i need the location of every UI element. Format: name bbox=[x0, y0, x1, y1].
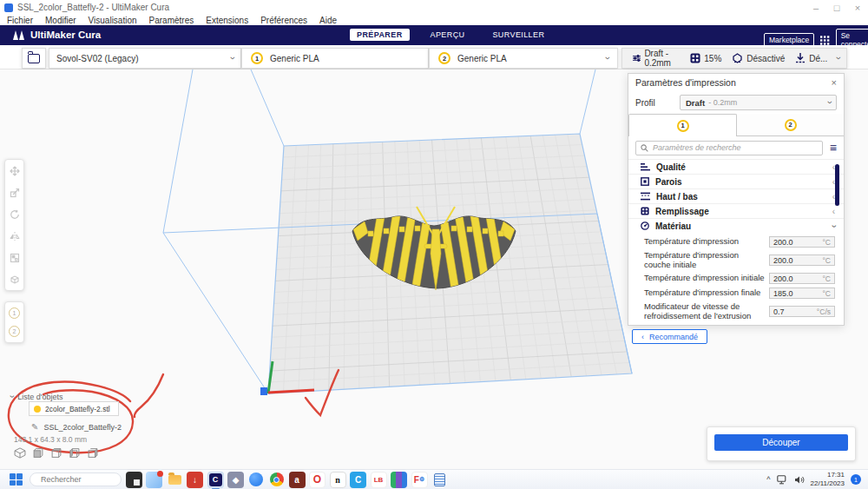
rotate-tool-button[interactable] bbox=[4, 203, 24, 225]
folder-icon bbox=[28, 54, 40, 63]
minimize-button[interactable]: – bbox=[806, 3, 826, 13]
tab-preview[interactable]: APERÇU bbox=[424, 29, 472, 41]
setting-value-box[interactable]: 200.0 °C bbox=[769, 273, 835, 284]
taskbar-app-lb-icon[interactable]: LB bbox=[371, 472, 387, 488]
category-top-bottom[interactable]: Haut / bas ‹ bbox=[628, 188, 844, 203]
menu-parametres[interactable]: Paramètres bbox=[149, 16, 194, 25]
project-name: SSL_2color_Battefly-2 bbox=[43, 423, 122, 432]
taskbar-app-dark-icon[interactable] bbox=[126, 472, 142, 488]
setting-value-box[interactable]: 185.0 °C bbox=[769, 287, 835, 299]
recommended-mode-button[interactable]: ‹ Recommandé bbox=[632, 329, 707, 344]
notification-badge[interactable]: 1 bbox=[851, 474, 861, 485]
setting-value-box[interactable]: 200.0 °C bbox=[769, 236, 835, 248]
extruder-1-selector[interactable]: 1 Generic PLA bbox=[241, 48, 429, 69]
panel-extruder-tab-1[interactable]: 1 bbox=[628, 114, 737, 136]
taskbar-app-notepad-icon[interactable] bbox=[431, 472, 448, 488]
taskbar-app-remote-icon[interactable]: ◆ bbox=[227, 472, 244, 488]
settings-search-box[interactable] bbox=[635, 141, 823, 155]
category-quality[interactable]: Qualité ‹ bbox=[628, 159, 844, 174]
project-name-row[interactable]: ✎ SSL_2color_Battefly-2 bbox=[31, 422, 122, 432]
setting-value-box[interactable]: 60 °C bbox=[769, 325, 835, 327]
taskbar-app-notion-icon[interactable]: n bbox=[330, 472, 346, 488]
menu-modifier[interactable]: Modifier bbox=[45, 16, 76, 25]
category-walls[interactable]: Parois ‹ bbox=[628, 174, 844, 188]
profile-dropdown[interactable]: Draft - 0.2mm ‹ bbox=[680, 95, 837, 110]
menu-preferences[interactable]: Préférences bbox=[260, 16, 307, 25]
category-infill[interactable]: Remplissage ‹ bbox=[628, 203, 844, 218]
open-file-button[interactable] bbox=[22, 48, 46, 69]
chevron-down-icon: ‹ bbox=[832, 56, 843, 60]
taskbar-app-darkred-icon[interactable]: a bbox=[289, 472, 306, 488]
setting-value-box[interactable]: 200.0 °C bbox=[769, 254, 835, 266]
object-list-title: Liste d'objets bbox=[17, 393, 62, 401]
move-tool-button[interactable] bbox=[4, 160, 24, 182]
profile-summary: Draft - 0.2mm bbox=[633, 49, 680, 68]
extruder-1-icon: 1 bbox=[251, 52, 263, 64]
taskbar-app-colorful-icon[interactable] bbox=[391, 472, 407, 488]
chevron-down-icon: ‹ bbox=[824, 101, 834, 104]
menu-fichier[interactable]: Fichier bbox=[7, 16, 33, 25]
view-left-icon[interactable] bbox=[69, 447, 81, 459]
setting-label: Modificateur de vitesse de refroidisseme… bbox=[644, 302, 769, 320]
menu-aide[interactable]: Aide bbox=[319, 16, 337, 25]
view-front-icon[interactable] bbox=[32, 447, 44, 459]
maximize-button[interactable]: □ bbox=[826, 3, 847, 13]
taskbar-app-browser-icon[interactable] bbox=[248, 472, 265, 488]
tab-prepare[interactable]: PRÉPARER bbox=[350, 29, 410, 41]
annotation-ellipse-tail bbox=[135, 374, 163, 417]
object-list-item[interactable]: 2color_Battefly-2.stl bbox=[29, 401, 119, 416]
network-icon[interactable] bbox=[777, 475, 788, 485]
volume-icon[interactable] bbox=[794, 475, 805, 485]
setting-value: 185.0 bbox=[773, 289, 822, 298]
tray-expand-icon[interactable]: ^ bbox=[766, 475, 770, 484]
chevron-icon: ‹ bbox=[829, 224, 838, 227]
settings-menu-icon[interactable]: ≡ bbox=[830, 143, 837, 152]
category-label: Qualité bbox=[656, 162, 826, 172]
pencil-icon: ✎ bbox=[31, 422, 38, 432]
taskbar-clock[interactable]: 17:31 22/11/2023 bbox=[811, 471, 845, 488]
taskbar-app-cura-icon[interactable]: C bbox=[207, 472, 224, 488]
view-right-icon[interactable] bbox=[87, 447, 99, 459]
view-3d-icon[interactable] bbox=[14, 447, 26, 459]
print-settings-summary[interactable]: Draft - 0.2mm 15% Désactivé Dé... ‹ bbox=[621, 48, 847, 69]
slice-button[interactable]: Découper bbox=[714, 434, 848, 451]
menu-visualisation[interactable]: Visualisation bbox=[89, 16, 137, 25]
extruder-2-selector[interactable]: 2 Generic PLA ‹ bbox=[429, 48, 618, 69]
menu-bar: Fichier Modifier Visualisation Paramètre… bbox=[0, 15, 868, 25]
taskbar-app-red-icon[interactable]: ↓ bbox=[187, 472, 203, 488]
toolbar-extruder-2-button[interactable]: 2 bbox=[9, 326, 20, 337]
panel-extruder-tab-2[interactable]: 2 bbox=[737, 114, 844, 136]
panel-close-button[interactable]: × bbox=[832, 77, 837, 88]
setting-value-box[interactable]: 0.7 °C/s bbox=[769, 306, 835, 317]
start-button[interactable] bbox=[9, 472, 23, 486]
close-button[interactable]: × bbox=[847, 3, 868, 13]
per-model-settings-button[interactable] bbox=[4, 247, 24, 268]
collapse-icon: ‹ bbox=[7, 395, 16, 398]
object-list-header[interactable]: ‹ Liste d'objets bbox=[10, 392, 63, 401]
apps-grid-icon[interactable] bbox=[820, 35, 829, 46]
view-top-icon[interactable] bbox=[50, 447, 62, 459]
panel-scrollbar[interactable] bbox=[835, 164, 839, 206]
toolbar-extruder-1-button[interactable]: 1 bbox=[9, 307, 20, 319]
taskbar-app-blue-c-icon[interactable]: C bbox=[350, 472, 366, 488]
scale-tool-button[interactable] bbox=[4, 182, 24, 203]
tab-monitor[interactable]: SURVEILLER bbox=[485, 29, 551, 41]
mirror-tool-button[interactable] bbox=[4, 225, 24, 247]
settings-search-input[interactable] bbox=[653, 143, 818, 152]
taskbar-app-explorer-icon[interactable] bbox=[167, 472, 183, 488]
menu-extensions[interactable]: Extensions bbox=[206, 16, 248, 25]
taskbar-app-weather-icon[interactable] bbox=[146, 472, 162, 488]
taskbar-search[interactable] bbox=[30, 472, 122, 486]
taskbar-app-chrome-icon[interactable] bbox=[268, 472, 285, 488]
window-title: SSL_2color_Battefly-2 - UltiMaker Cura bbox=[17, 3, 169, 12]
chevron-left-icon: ‹ bbox=[641, 333, 644, 341]
setting-row: Température d'impression initiale 200.0 … bbox=[628, 271, 844, 286]
top-bottom-icon bbox=[641, 192, 650, 201]
taskbar-app-f-gear-icon[interactable]: F⚙ bbox=[411, 472, 428, 488]
support-blocker-button[interactable] bbox=[4, 268, 24, 290]
camera-view-buttons bbox=[14, 447, 99, 459]
printer-selector[interactable]: Sovol-SV02 (Legacy) ‹ bbox=[49, 48, 241, 69]
category-material[interactable]: Matériau ‹ bbox=[628, 218, 844, 233]
taskbar-app-opera-icon[interactable]: O bbox=[309, 472, 326, 488]
setting-value: 200.0 bbox=[773, 274, 822, 283]
